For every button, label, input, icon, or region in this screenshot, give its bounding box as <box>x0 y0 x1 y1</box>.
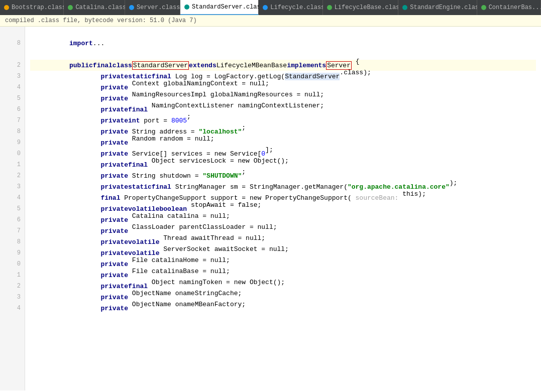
tab-standardengine[interactable]: StandardEngine.class × <box>398 0 477 15</box>
kw-boolean: boolean <box>159 205 187 213</box>
code-line-9: private Random random = null; <box>30 137 536 148</box>
ln-1: 1 <box>0 159 25 170</box>
ln-blank2 <box>0 49 25 60</box>
kw-final: final <box>93 62 113 69</box>
code-line-class-decl: public final class StandardServer extend… <box>30 60 536 71</box>
kw-class: class <box>113 62 132 69</box>
ln-0b: 0 <box>0 258 25 270</box>
tab-label-standardserver: StandardServer.class <box>192 4 264 11</box>
code-line-6: private final NamingContextListener nami… <box>30 104 536 115</box>
ref-standardserver: StandardServer <box>285 73 340 80</box>
code-line-11: private final Object servicesLock = new … <box>30 159 536 170</box>
ln-1b: 1 <box>0 270 25 281</box>
kw-private-18: private <box>100 238 128 246</box>
kw-private-20: private <box>100 260 128 268</box>
param-sourcebean: sourceBean: <box>356 194 399 202</box>
tab-dot-standardengine <box>402 5 407 10</box>
ln-3c: 3 <box>0 292 25 303</box>
kw-private-19: private <box>100 249 128 257</box>
line-numbers: 8 2 3 4 5 6 7 8 9 0 1 2 3 4 5 6 7 8 9 0 … <box>0 27 25 390</box>
code-area: 8 2 3 4 5 6 7 8 9 0 1 2 3 4 5 6 7 8 9 0 … <box>0 27 541 390</box>
ln-5b: 5 <box>0 203 25 214</box>
kw-extends: extends <box>189 62 217 69</box>
code-content: import ... public final class StandardSe… <box>25 27 541 390</box>
kw-volatile-15: volatile <box>128 205 159 213</box>
kw-private-6: private <box>100 106 128 113</box>
tab-standardserver[interactable]: StandardServer.class × <box>180 0 259 15</box>
num-8005: 8005 <box>171 117 187 124</box>
kw-public: public <box>69 62 93 69</box>
kw-private-8: private <box>100 128 128 136</box>
code-line-16: private Catalina catalina = null; <box>30 214 536 225</box>
ln-6: 6 <box>0 104 25 115</box>
kw-final-6: final <box>128 106 148 113</box>
code-line-blank2 <box>30 49 536 60</box>
ln-7: 7 <box>0 115 25 126</box>
ln-4c: 4 <box>0 303 25 314</box>
tab-dot-lifecycle <box>263 5 268 10</box>
ln-8c: 8 <box>0 236 25 247</box>
tab-bootstrap[interactable]: Bootstrap.class × <box>0 0 64 15</box>
kw-private-21: private <box>100 272 128 279</box>
code-line-17: private ClassLoader parentClassLoader = … <box>30 225 536 236</box>
code-line-15: private volatile boolean stopAwait = fal… <box>30 203 536 214</box>
code-line-24: private ObjectName onameMBeanFactory; <box>30 303 536 314</box>
tab-dot-standardserver <box>184 5 189 10</box>
class-standardserver-highlight: StandardServer <box>132 61 189 70</box>
code-line-3: private static final Log log = LogFactor… <box>30 71 536 82</box>
kw-final-13: final <box>152 183 171 191</box>
kw-static-13: static <box>128 183 152 191</box>
tab-dot-catalina <box>68 5 73 10</box>
ln-6b: 6 <box>0 214 25 225</box>
kw-volatile-18: volatile <box>128 238 159 246</box>
code-line-13: private static final StringManager sm = … <box>30 181 536 192</box>
tab-containerbase[interactable]: ContainerBas... × <box>477 0 541 15</box>
kw-private-5: private <box>100 95 128 102</box>
ln-9b: 9 <box>0 247 25 258</box>
ln-2: 2 <box>0 60 25 71</box>
tab-dot-containerbase <box>481 5 486 10</box>
ln-0: 0 <box>0 148 25 159</box>
ln-blank1 <box>0 27 25 38</box>
tab-lifecyclebase[interactable]: LifecycleBase.class × <box>323 0 399 15</box>
tab-label-containerbase: ContainerBas... <box>489 4 541 11</box>
kw-private-22: private <box>100 283 128 290</box>
kw-private-15: private <box>100 205 128 213</box>
kw-import: import <box>69 40 93 47</box>
code-line-import: import ... <box>30 38 536 49</box>
code-line-8: private String address = "localhost"; <box>30 126 536 137</box>
kw-implements: implements <box>287 62 326 69</box>
str-localhost: "localhost" <box>198 128 242 136</box>
tab-lifecycle[interactable]: Lifecycle.class × <box>259 0 322 15</box>
tab-catalina[interactable]: Catalina.class × <box>64 0 125 15</box>
kw-volatile-19: volatile <box>128 249 159 257</box>
tab-server[interactable]: Server.class × <box>125 0 180 15</box>
kw-private-17: private <box>100 227 128 235</box>
kw-private-3: private <box>100 73 128 80</box>
ln-2c: 2 <box>0 281 25 292</box>
tab-dot-lifecyclebase <box>327 5 332 10</box>
kw-private-10: private <box>100 150 128 158</box>
kw-private-11: private <box>100 161 128 169</box>
kw-int: int <box>128 117 140 124</box>
kw-private-16: private <box>100 216 128 224</box>
ln-3b: 3 <box>0 181 25 192</box>
kw-private-4: private <box>100 84 128 91</box>
info-text: compiled .class file, bytecode version: … <box>5 17 197 24</box>
tab-label-catalina: Catalina.class <box>75 4 126 11</box>
code-line-19: private volatile ServerSocket awaitSocke… <box>30 247 536 258</box>
code-line-22: private final Object namingToken = new O… <box>30 281 536 292</box>
kw-final-3: final <box>152 73 171 80</box>
str-catalina-core: "org.apache.catalina.core" <box>348 183 450 191</box>
kw-private-9: private <box>100 139 128 147</box>
ln-4b: 4 <box>0 192 25 203</box>
tab-dot-server <box>129 5 134 10</box>
ln-7b: 7 <box>0 225 25 236</box>
tab-label-bootstrap: Bootstrap.class <box>12 4 66 11</box>
kw-private-23: private <box>100 294 128 301</box>
kw-private-7: private <box>100 117 128 124</box>
class-lifecyclembean: LifecycleMBeanBase <box>217 62 287 69</box>
ln-9: 9 <box>0 137 25 148</box>
kw-private-12: private <box>100 172 128 180</box>
kw-private-13: private <box>100 183 128 191</box>
